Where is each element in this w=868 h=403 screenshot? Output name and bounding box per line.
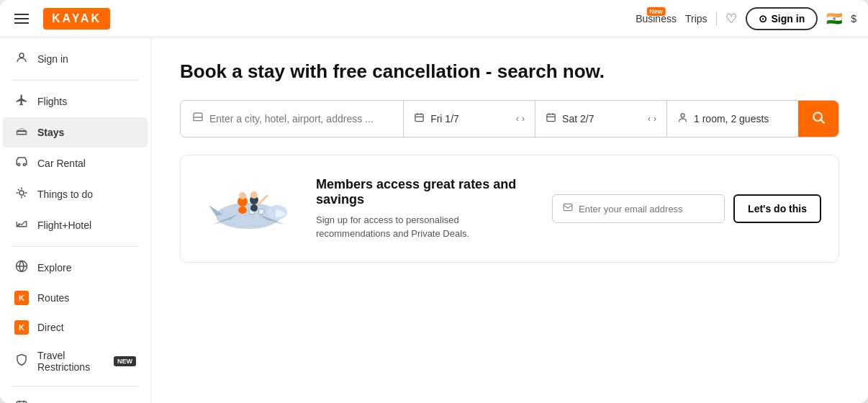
promo-title: Members access great rates and savings — [316, 177, 535, 207]
topbar: KAYAK New Business Trips ♡ ⊙ Sign in 🇮🇳 … — [0, 0, 868, 37]
kayak-logo[interactable]: KAYAK — [43, 8, 110, 30]
location-input[interactable] — [209, 113, 392, 124]
shield-icon — [14, 353, 29, 369]
checkin-date: Fri 1/7 — [430, 113, 459, 124]
car-icon — [14, 155, 29, 171]
sidebar-divider-3 — [12, 386, 139, 386]
sidebar-flight-hotel-label: Flight+Hotel — [37, 219, 91, 231]
favorites-icon[interactable]: ♡ — [725, 11, 737, 27]
globe-icon — [14, 260, 29, 276]
user-icon — [14, 51, 29, 67]
sidebar-item-travel-restrictions[interactable]: Travel Restrictions NEW — [3, 343, 148, 380]
promo-description: Sign up for access to personalised recom… — [316, 213, 535, 241]
sidebar-item-stays[interactable]: Stays — [3, 117, 148, 148]
svg-point-20 — [238, 207, 247, 214]
sidebar: Sign in Flights Stays — [0, 37, 151, 403]
routes-icon: K — [14, 291, 29, 305]
checkout-calendar-icon — [546, 112, 556, 126]
svg-point-3 — [18, 163, 20, 166]
sidebar-item-car-rental[interactable]: Car Rental — [3, 148, 148, 178]
checkin-prev-arrow[interactable]: ‹ — [516, 114, 519, 124]
checkout-arrows[interactable]: ‹ › — [648, 114, 656, 124]
sidebar-direct-label: Direct — [37, 322, 64, 333]
sidebar-item-explore[interactable]: Explore — [3, 253, 148, 283]
flight-hotel-icon — [14, 217, 29, 233]
search-button[interactable] — [798, 100, 838, 137]
sidebar-item-direct[interactable]: K Direct — [3, 313, 148, 342]
svg-point-4 — [23, 163, 25, 166]
business-link[interactable]: New Business — [636, 13, 677, 24]
svg-point-5 — [19, 191, 24, 195]
svg-point-18 — [258, 209, 264, 214]
search-bar: Fri 1/7 ‹ › Sat 2/7 ‹ — [180, 100, 839, 137]
svg-line-13 — [821, 119, 825, 123]
sidebar-item-routes[interactable]: K Routes — [3, 284, 148, 312]
sidebar-travel-label: Travel Restrictions — [37, 350, 102, 373]
checkout-next-arrow[interactable]: › — [654, 114, 656, 124]
flights-icon — [14, 94, 29, 109]
page-title: Book a stay with free cancellation - sea… — [180, 60, 839, 83]
sidebar-flights-label: Flights — [37, 96, 67, 107]
topbar-divider — [716, 12, 717, 26]
things-icon — [14, 186, 29, 202]
svg-point-0 — [19, 53, 24, 58]
promo-illustration — [198, 173, 299, 245]
travel-new-badge: NEW — [114, 356, 136, 366]
sidebar-item-flights[interactable]: Flights — [3, 86, 148, 117]
promo-action: Let's do this — [552, 194, 821, 223]
svg-point-11 — [681, 113, 684, 117]
browser-window: KAYAK New Business Trips ♡ ⊙ Sign in 🇮🇳 … — [0, 0, 868, 403]
search-icon — [811, 110, 826, 128]
checkout-field[interactable]: Sat 2/7 ‹ › — [535, 101, 667, 137]
checkin-calendar-icon — [414, 112, 425, 126]
sidebar-things-label: Things to do — [37, 189, 93, 200]
svg-rect-10 — [547, 114, 555, 121]
currency-selector[interactable]: $ — [851, 13, 856, 24]
main-area: Sign in Flights Stays — [0, 37, 868, 403]
checkout-date: Sat 2/7 — [562, 113, 594, 124]
guests-text: 1 room, 2 guests — [694, 113, 769, 124]
sidebar-divider-1 — [12, 80, 139, 81]
svg-point-23 — [250, 204, 258, 212]
guests-field[interactable]: 1 room, 2 guests — [667, 101, 798, 137]
main-content: Book a stay with free cancellation - sea… — [151, 37, 868, 403]
direct-icon: K — [14, 320, 29, 335]
topbar-right: New Business Trips ♡ ⊙ Sign in 🇮🇳 $ — [636, 7, 856, 30]
sidebar-stays-label: Stays — [37, 127, 64, 138]
location-field[interactable] — [181, 101, 404, 137]
lets-do-button[interactable]: Let's do this — [733, 194, 821, 223]
svg-rect-2 — [17, 132, 26, 135]
email-input-wrapper[interactable] — [552, 194, 725, 223]
sidebar-routes-label: Routes — [37, 292, 69, 304]
bed-icon — [192, 112, 204, 126]
user-circle-icon: ⊙ — [759, 13, 767, 24]
checkin-arrows[interactable]: ‹ › — [516, 114, 525, 124]
business-new-badge: New — [646, 7, 666, 16]
menu-icon[interactable] — [12, 11, 32, 27]
sidebar-explore-label: Explore — [37, 262, 71, 273]
email-input[interactable] — [579, 204, 714, 214]
signin-button[interactable]: ⊙ Sign in — [746, 7, 818, 30]
promo-card: Members access great rates and savings S… — [180, 155, 839, 263]
topbar-left: KAYAK — [12, 8, 110, 30]
checkout-prev-arrow[interactable]: ‹ — [648, 114, 651, 124]
checkin-next-arrow[interactable]: › — [522, 114, 525, 124]
sidebar-item-things[interactable]: Things to do — [3, 179, 148, 209]
checkin-field[interactable]: Fri 1/7 ‹ › — [404, 101, 535, 137]
trips-link[interactable]: Trips — [685, 13, 707, 24]
svg-point-21 — [239, 192, 246, 199]
sidebar-signin-label: Sign in — [37, 53, 68, 65]
svg-rect-9 — [415, 114, 423, 121]
svg-point-12 — [813, 112, 822, 121]
sidebar-item-flight-hotel[interactable]: Flight+Hotel — [3, 210, 148, 240]
person-icon — [677, 112, 688, 126]
sidebar-item-trips[interactable]: Trips — [3, 392, 148, 403]
promo-text: Members access great rates and savings S… — [316, 177, 535, 241]
stays-icon — [14, 124, 29, 140]
flag-icon[interactable]: 🇮🇳 — [826, 11, 842, 27]
sidebar-item-signin[interactable]: Sign in — [3, 44, 148, 74]
sidebar-car-label: Car Rental — [37, 158, 86, 169]
sidebar-divider-2 — [12, 246, 139, 247]
svg-point-24 — [250, 191, 258, 199]
email-icon — [563, 202, 573, 215]
